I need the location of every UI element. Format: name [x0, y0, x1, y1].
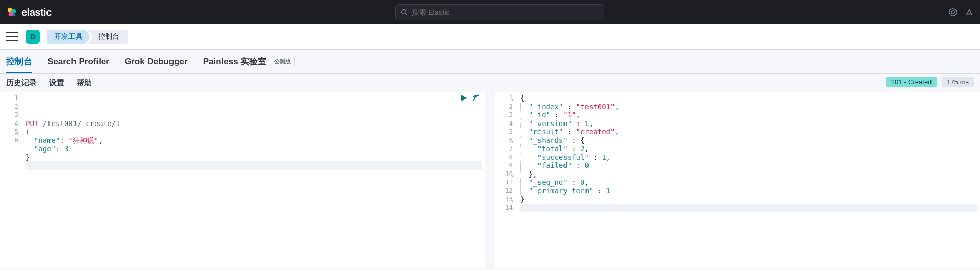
request-action-icons: [460, 94, 480, 102]
svg-point-3: [13, 14, 16, 17]
request-code[interactable]: PUT /test001/_create/1{ "name": "狂神说", "…: [22, 92, 485, 269]
space-selector[interactable]: D: [26, 30, 40, 44]
tab-painless-lab[interactable]: Painless 实验室 公测版: [203, 50, 295, 73]
request-options-icon[interactable]: [472, 94, 480, 102]
global-search-wrap: [395, 4, 604, 20]
nav-toggle-icon[interactable]: [6, 32, 18, 41]
subtab-history[interactable]: 历史记录: [6, 78, 37, 88]
breadcrumb: 开发工具 控制台: [47, 30, 128, 44]
request-gutter: 12▾345▴6: [0, 92, 22, 269]
global-header: elastic: [0, 0, 980, 24]
tab-console[interactable]: 控制台: [6, 50, 32, 73]
subtab-settings[interactable]: 设置: [49, 78, 64, 88]
global-search[interactable]: [395, 4, 604, 20]
tab-painless-lab-label: Painless 实验室: [203, 56, 267, 67]
response-gutter: 1▾23456▾78910▴111213▴14: [495, 92, 517, 269]
svg-point-7: [951, 11, 954, 14]
newsfeed-icon[interactable]: [948, 8, 958, 17]
svg-point-6: [949, 9, 957, 16]
elastic-logo-icon: [6, 7, 17, 18]
breadcrumb-console: 控制台: [88, 30, 128, 44]
response-viewer[interactable]: 1▾23456▾78910▴111213▴14 { "_index" : "te…: [495, 92, 980, 269]
svg-point-2: [9, 12, 13, 16]
app-navbar: D 开发工具 控制台: [0, 24, 980, 50]
setup-guide-icon[interactable]: [965, 8, 974, 17]
beta-badge: 公测版: [271, 57, 295, 66]
search-icon: [401, 9, 408, 16]
svg-line-5: [406, 14, 408, 16]
subtab-help[interactable]: 帮助: [77, 78, 92, 88]
header-right-icons: [948, 8, 974, 17]
elastic-logo[interactable]: elastic: [6, 7, 52, 18]
breadcrumb-dev-tools[interactable]: 开发工具: [47, 30, 91, 44]
console-subtabs: 历史记录 设置 帮助: [0, 74, 980, 92]
response-status-badge: 201 - Created: [886, 77, 937, 87]
elastic-logo-text: elastic: [21, 7, 52, 18]
editor-split: 201 - Created 175 ms 12▾345▴6 PUT /test0…: [0, 92, 980, 269]
dev-tools-tabs: 控制台 Search Profiler Grok Debugger Painle…: [0, 50, 980, 74]
tab-search-profiler[interactable]: Search Profiler: [47, 51, 109, 73]
run-request-icon[interactable]: [460, 94, 468, 102]
tab-grok-debugger[interactable]: Grok Debugger: [125, 51, 188, 73]
request-editor[interactable]: 12▾345▴6 PUT /test001/_create/1{ "name":…: [0, 92, 485, 269]
response-time-badge: 175 ms: [942, 77, 974, 87]
global-search-input[interactable]: [412, 8, 599, 16]
svg-point-4: [402, 10, 406, 14]
response-code: { "_index" : "test001", "_id" : "1", "_v…: [517, 92, 980, 269]
response-status-row: 201 - Created 175 ms: [886, 77, 974, 87]
